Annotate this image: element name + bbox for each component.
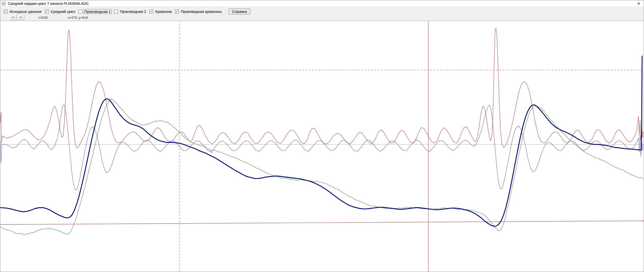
average-cycle-checkbox[interactable]: ✓: [45, 10, 49, 13]
app-icon[interactable]: [2, 2, 6, 6]
cursor-coords-label: x=373; y=618: [68, 16, 88, 19]
derivative-1-checkbox[interactable]: [78, 10, 82, 13]
derivative-1-checkbox-label[interactable]: Производная 1: [84, 9, 111, 14]
checkbox-group-derivative-2: Производная 2: [114, 9, 147, 14]
checkbox-group-curvature: ✓ Кривизна: [149, 9, 172, 14]
titlebar: Средний кардио-цикл 7 канала PLM2646.ADC…: [0, 0, 644, 7]
checkbox-group-average-cycle: ✓ Средний цикл: [45, 9, 76, 14]
derivative-blue: [0, 105, 643, 190]
window-title: Средний кардио-цикл 7 канала PLM2646.ADC: [8, 1, 89, 6]
app-window: Средний кардио-цикл 7 канала PLM2646.ADC…: [0, 0, 644, 272]
raw-signal-red: [0, 28, 643, 148]
checkbox-group-derivative-1: Производная 1: [78, 9, 111, 14]
derivative-2-checkbox[interactable]: [114, 10, 118, 13]
next-cycle-button[interactable]: ⇨: [17, 15, 24, 20]
plot-canvas[interactable]: [0, 0, 644, 272]
curvature-checkbox[interactable]: ✓: [149, 10, 153, 13]
checkbox-group-raw-data: ✓ Исходные данные: [4, 9, 42, 14]
checkbox-row: ✓ Исходные данные ✓ Средний цикл Произво…: [4, 9, 250, 14]
raw-data-checkbox-label[interactable]: Исходные данные: [9, 9, 42, 14]
raw-data-checkbox[interactable]: ✓: [4, 10, 8, 13]
curvature-derivative-checkbox[interactable]: ✓: [175, 10, 179, 13]
average-cycle-checkbox-label[interactable]: Средний цикл: [50, 9, 76, 14]
curvature-derivative-checkbox-label[interactable]: Производная кривизны: [180, 9, 222, 14]
arrow-right-icon: ⇨: [19, 15, 22, 19]
checkbox-group-curvature-derivative: ✓ Производная кривизны: [175, 9, 222, 14]
derivative-2-checkbox-label[interactable]: Производная 2: [119, 9, 147, 14]
toolbar: ✓ Исходные данные ✓ Средний цикл Произво…: [0, 7, 644, 21]
help-button[interactable]: Справка: [229, 9, 251, 14]
sloped-baseline: [0, 221, 644, 225]
close-button[interactable]: ✕: [634, 0, 644, 7]
window-chrome: Средний кардио-цикл 7 канала PLM2646.ADC…: [0, 0, 644, 21]
curvature-checkbox-label[interactable]: Кривизна: [155, 9, 172, 14]
arrow-left-icon: ⇦: [12, 15, 15, 19]
previous-cycle-button[interactable]: ⇦: [10, 15, 17, 20]
cycle-index-label: i=5/16: [39, 16, 48, 19]
